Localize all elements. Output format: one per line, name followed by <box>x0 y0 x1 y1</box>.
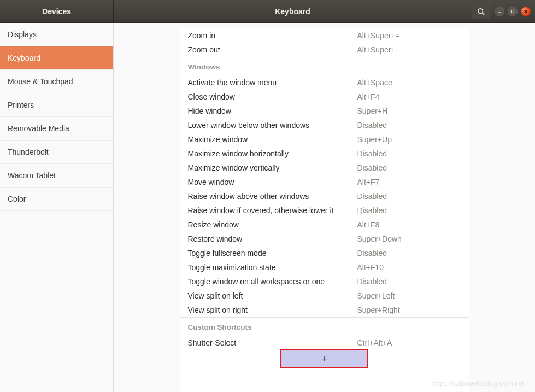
maximize-icon <box>510 9 515 14</box>
shortcut-value: Alt+Super+= <box>357 31 461 40</box>
shortcut-row[interactable]: Hide windowSuper+H <box>180 104 469 118</box>
add-shortcut-button[interactable]: + <box>180 350 469 368</box>
sidebar-item-wacom-tablet[interactable]: Wacom Tablet <box>0 164 113 188</box>
sidebar-item-label: Color <box>8 195 26 203</box>
devices-label: Devices <box>42 7 71 16</box>
minimize-button[interactable] <box>495 7 504 16</box>
shortcut-label: Toggle fullscreen mode <box>188 249 357 258</box>
maximize-button[interactable] <box>508 7 518 16</box>
shortcut-label: Restore window <box>188 235 357 243</box>
shortcut-label: Maximize window <box>188 135 357 144</box>
shortcut-row[interactable]: Activate the window menuAlt+Space <box>180 75 469 90</box>
svg-line-1 <box>483 13 485 15</box>
sidebar-item-label: Thunderbolt <box>8 148 49 156</box>
shortcut-row[interactable]: View split on leftSuper+Left <box>180 289 469 303</box>
close-button[interactable] <box>521 7 531 16</box>
watermark: https://daipuweiai.blog.csdn.net <box>433 380 524 388</box>
shortcut-value: Alt+Super+- <box>357 45 461 54</box>
shortcut-value: Disabled <box>357 192 461 201</box>
shortcut-row[interactable]: Toggle window on all workspaces or oneDi… <box>180 274 469 289</box>
shortcut-row[interactable]: Toggle fullscreen modeDisabled <box>180 246 469 260</box>
shortcut-value: Alt+F7 <box>357 178 461 186</box>
shortcuts-panel: Zoom inAlt+Super+=Zoom outAlt+Super+-Win… <box>180 28 469 392</box>
sidebar-item-label: Displays <box>8 30 37 39</box>
search-icon <box>477 8 485 15</box>
minimize-icon <box>497 9 502 14</box>
sidebar: DisplaysKeyboardMouse & TouchpadPrinters… <box>0 23 114 392</box>
shortcut-value: Disabled <box>357 121 461 130</box>
shortcut-row[interactable]: View split on rightSuper+Right <box>180 303 469 317</box>
content-area: Zoom inAlt+Super+=Zoom outAlt+Super+-Win… <box>114 23 535 392</box>
sidebar-item-keyboard[interactable]: Keyboard <box>0 46 113 70</box>
sidebar-item-label: Removable Media <box>8 124 69 133</box>
window-controls <box>495 7 531 16</box>
shortcut-value: Super+Up <box>357 135 461 144</box>
shortcut-label: Zoom in <box>188 31 357 40</box>
shortcut-label: Toggle window on all workspaces or one <box>188 277 357 286</box>
shortcut-row[interactable]: Zoom outAlt+Super+- <box>180 43 469 57</box>
shortcut-row[interactable]: Maximize windowSuper+Up <box>180 132 469 147</box>
sidebar-item-label: Mouse & Touchpad <box>8 77 73 86</box>
header-section-title: Devices <box>0 0 114 22</box>
shortcut-row[interactable]: Raise window if covered, otherwise lower… <box>180 203 469 218</box>
shortcut-row[interactable]: Maximize window verticallyDisabled <box>180 161 469 175</box>
sidebar-item-displays[interactable]: Displays <box>0 23 113 46</box>
shortcut-value: Disabled <box>357 163 461 172</box>
annotation-highlight <box>280 349 368 368</box>
shortcut-value: Super+Down <box>357 235 461 243</box>
shortcut-value: Disabled <box>357 149 461 158</box>
shortcut-value: Super+Right <box>357 306 461 314</box>
shortcut-row[interactable]: Toggle maximization stateAlt+F10 <box>180 260 469 274</box>
sidebar-item-label: Keyboard <box>8 54 40 62</box>
shortcut-row[interactable]: Shutter-SelectCtrl+Alt+A <box>180 336 469 350</box>
shortcut-value: Disabled <box>357 206 461 215</box>
shortcut-label: View split on right <box>188 306 357 314</box>
shortcut-label: Move window <box>188 178 357 186</box>
sidebar-item-thunderbolt[interactable]: Thunderbolt <box>0 141 113 164</box>
shortcut-row[interactable]: Lower window below other windowsDisabled <box>180 118 469 132</box>
shortcut-row[interactable]: Resize windowAlt+F8 <box>180 218 469 232</box>
sidebar-item-label: Printers <box>8 101 34 109</box>
section-heading: Custom Shortcuts <box>180 317 469 336</box>
search-button[interactable] <box>472 4 490 19</box>
shortcut-label: Maximize window vertically <box>188 163 357 172</box>
shortcut-label: Maximize window horizontally <box>188 149 357 158</box>
shortcut-label: Raise window if covered, otherwise lower… <box>188 206 357 215</box>
shortcut-value: Disabled <box>357 277 461 286</box>
page-title: Keyboard <box>275 7 310 16</box>
sidebar-item-color[interactable]: Color <box>0 188 113 211</box>
shortcut-value: Disabled <box>357 249 461 258</box>
shortcut-value: Alt+Space <box>357 78 461 87</box>
shortcut-label: Activate the window menu <box>188 78 357 87</box>
sidebar-item-mouse-touchpad[interactable]: Mouse & Touchpad <box>0 70 113 93</box>
header-page-title: Keyboard <box>114 7 472 16</box>
titlebar: Devices Keyboard <box>0 0 535 23</box>
svg-rect-3 <box>512 10 514 13</box>
shortcut-label: Hide window <box>188 107 357 115</box>
shortcut-label: Toggle maximization state <box>188 263 357 272</box>
shortcut-label: Zoom out <box>188 45 357 54</box>
shortcut-row[interactable]: Close windowAlt+F4 <box>180 90 469 104</box>
sidebar-item-removable-media[interactable]: Removable Media <box>0 117 113 141</box>
shortcut-row[interactable]: Maximize window horizontallyDisabled <box>180 147 469 161</box>
shortcut-value: Alt+F4 <box>357 92 461 101</box>
shortcut-label: Raise window above other windows <box>188 192 357 201</box>
shortcut-label: Close window <box>188 92 357 101</box>
shortcut-value: Ctrl+Alt+A <box>357 338 461 347</box>
shortcut-value: Alt+F8 <box>357 220 461 229</box>
shortcut-label: Lower window below other windows <box>188 121 357 130</box>
shortcut-value: Super+Left <box>357 291 461 300</box>
shortcut-row[interactable]: Zoom inAlt+Super+= <box>180 28 469 43</box>
close-icon <box>524 9 528 14</box>
sidebar-item-printers[interactable]: Printers <box>0 93 113 117</box>
section-heading: Windows <box>180 57 469 75</box>
shortcut-value: Super+H <box>357 107 461 115</box>
svg-point-0 <box>478 8 483 13</box>
shortcut-label: Shutter-Select <box>188 338 357 347</box>
shortcut-row[interactable]: Move windowAlt+F7 <box>180 175 469 189</box>
shortcut-row[interactable]: Restore windowSuper+Down <box>180 232 469 246</box>
shortcut-row[interactable]: Raise window above other windowsDisabled <box>180 189 469 203</box>
shortcut-value: Alt+F10 <box>357 263 461 272</box>
shortcut-label: View split on left <box>188 291 357 300</box>
shortcut-label: Resize window <box>188 220 357 229</box>
